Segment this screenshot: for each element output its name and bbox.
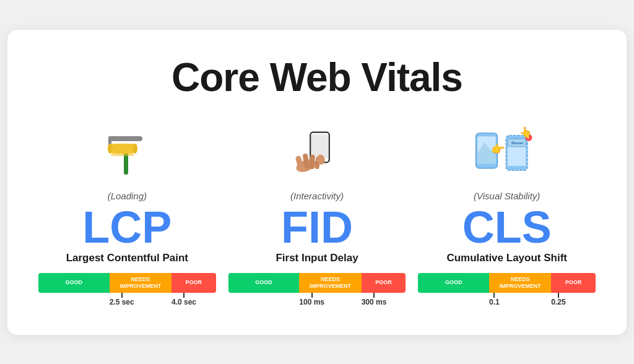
svg-rect-1: [108, 136, 142, 141]
metrics-row: (Loading) LCP Largest Contentful Paint G…: [38, 119, 596, 310]
svg-text:Banner: Banner: [511, 141, 524, 145]
lcp-needs-label: NEEDSIMPROVEMENT: [119, 276, 161, 290]
svg-text:👉: 👉: [491, 142, 505, 156]
cls-bar-container: GOOD NEEDSIMPROVEMENT POOR 0.1: [418, 273, 596, 310]
fid-tick-1-line: [311, 293, 313, 298]
lcp-tick-1-label: 2.5 sec: [110, 298, 134, 306]
cls-seg-poor: POOR: [551, 273, 596, 293]
metric-cls: Banner × 👆 👉 (Visual Stability) CLS Cumu…: [418, 119, 596, 310]
fid-tick-1: 100 ms: [299, 293, 324, 306]
fid-tick-2-line: [373, 293, 375, 298]
cls-ticks: 0.1 0.25: [418, 293, 596, 310]
cls-tick-1: 0.1: [489, 293, 500, 306]
cls-tick-2-line: [558, 293, 559, 298]
fid-tick-1-label: 100 ms: [299, 298, 324, 306]
cls-tick-2: 0.25: [551, 293, 565, 306]
cls-subtitle: (Visual Stability): [474, 191, 540, 201]
cls-tick-1-line: [493, 293, 495, 298]
page-title: Core Web Vitals: [38, 54, 596, 100]
lcp-seg-needs: NEEDSIMPROVEMENT: [110, 273, 172, 293]
svg-point-4: [108, 144, 113, 154]
cls-good-label: GOOD: [445, 279, 462, 286]
cls-tick-2-label: 0.25: [551, 298, 565, 306]
fid-seg-needs: NEEDSIMPROVEMENT: [299, 273, 361, 293]
lcp-fullname: Largest Contentful Paint: [66, 252, 188, 264]
lcp-ticks: 2.5 sec 4.0 sec: [38, 293, 216, 310]
cls-poor-label: POOR: [565, 279, 582, 286]
fid-tick-2: 300 ms: [362, 293, 387, 306]
lcp-bar: GOOD NEEDSIMPROVEMENT POOR: [38, 273, 216, 293]
cls-bar: GOOD NEEDSIMPROVEMENT POOR: [418, 273, 596, 293]
fid-subtitle: (Interactivity): [290, 191, 344, 201]
cls-acronym: CLS: [462, 205, 552, 249]
fid-seg-good: GOOD: [228, 273, 300, 293]
lcp-subtitle: (Loading): [108, 191, 147, 201]
lcp-icon-area: [102, 119, 152, 187]
lcp-tick-1: 2.5 sec: [110, 293, 134, 306]
layout-shift-icon: Banner × 👆 👉: [473, 125, 541, 181]
fid-needs-label: NEEDSIMPROVEMENT: [310, 276, 351, 290]
fid-icon-area: [289, 119, 345, 187]
fid-poor-label: POOR: [375, 279, 392, 286]
lcp-good-label: GOOD: [66, 279, 83, 286]
cls-seg-needs: NEEDSIMPROVEMENT: [489, 273, 551, 293]
svg-text:👆: 👆: [519, 125, 532, 138]
cls-tick-1-label: 0.1: [489, 298, 500, 306]
svg-point-5: [132, 144, 137, 154]
paint-roller-icon: [102, 125, 152, 181]
lcp-tick-1-line: [121, 293, 123, 298]
lcp-bar-container: GOOD NEEDSIMPROVEMENT POOR 2.5 sec: [38, 273, 216, 310]
cls-fullname: Cumulative Layout Shift: [446, 252, 567, 264]
svg-rect-8: [311, 134, 328, 158]
main-card: Core Web Vitals: [7, 30, 627, 335]
lcp-acronym: LCP: [82, 205, 172, 249]
hand-tapping-icon: [289, 125, 345, 181]
svg-rect-6: [111, 154, 134, 156]
fid-good-label: GOOD: [255, 279, 272, 286]
cls-seg-good: GOOD: [418, 273, 489, 293]
lcp-tick-2-line: [183, 293, 185, 298]
fid-seg-poor: POOR: [362, 273, 406, 293]
fid-bar-container: GOOD NEEDSIMPROVEMENT POOR 100 ms: [228, 273, 406, 310]
lcp-tick-2-label: 4.0 sec: [172, 298, 196, 306]
lcp-poor-label: POOR: [186, 279, 202, 286]
fid-tick-2-label: 300 ms: [362, 298, 387, 306]
fid-bar: GOOD NEEDSIMPROVEMENT POOR: [228, 273, 406, 293]
svg-rect-12: [310, 154, 315, 169]
metric-fid: (Interactivity) FID First Input Delay GO…: [228, 119, 406, 310]
metric-lcp: (Loading) LCP Largest Contentful Paint G…: [38, 119, 216, 310]
fid-ticks: 100 ms 300 ms: [228, 293, 406, 310]
lcp-seg-poor: POOR: [172, 273, 216, 293]
lcp-tick-2: 4.0 sec: [172, 293, 196, 306]
fid-fullname: First Input Delay: [276, 252, 358, 264]
lcp-seg-good: GOOD: [38, 273, 110, 293]
cls-icon-area: Banner × 👆 👉: [473, 119, 541, 187]
fid-acronym: FID: [281, 205, 353, 249]
cls-needs-label: NEEDSIMPROVEMENT: [500, 276, 541, 290]
svg-rect-3: [110, 144, 135, 154]
